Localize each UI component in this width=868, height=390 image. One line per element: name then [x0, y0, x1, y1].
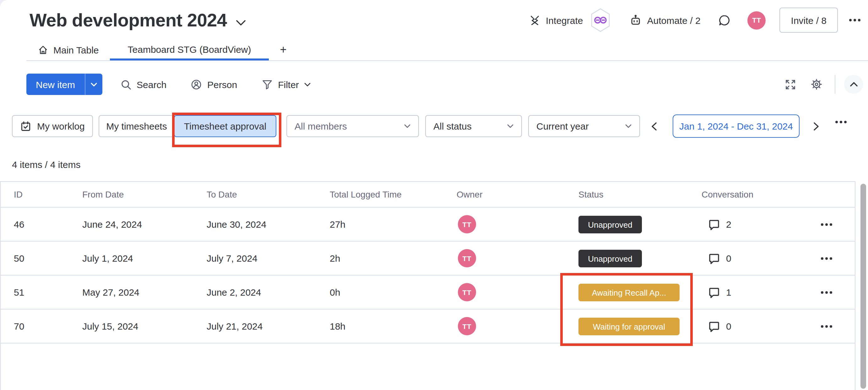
conversation-count: 0: [726, 253, 732, 263]
my-worklog-label: My worklog: [37, 121, 85, 132]
board-app: Web development 2024 Integrate: [0, 0, 868, 390]
search-button[interactable]: Search: [113, 78, 173, 90]
person-icon: [190, 78, 202, 90]
owner-avatar[interactable]: TT: [458, 317, 476, 335]
plus-icon: +: [280, 44, 287, 57]
speech-bubble-icon: [708, 252, 720, 264]
cell-id: 50: [14, 242, 24, 275]
vertical-scrollbar[interactable]: [861, 184, 866, 389]
integrate-label: Integrate: [546, 15, 583, 26]
status-label: Unapproved: [588, 254, 632, 263]
filter-more-options-button[interactable]: [835, 121, 847, 123]
cell-from-date: May 27, 2024: [82, 276, 140, 309]
chevron-down-icon: [625, 124, 632, 128]
avatar-initials: TT: [463, 288, 472, 296]
members-dropdown-value: All members: [294, 121, 347, 132]
row-more-options-button[interactable]: [821, 309, 832, 343]
status-badge[interactable]: Unapproved: [579, 250, 642, 267]
owner-avatar[interactable]: TT: [458, 249, 476, 267]
settings-button[interactable]: [803, 78, 830, 90]
toolbar-divider: [835, 75, 835, 94]
robot-icon: [629, 14, 642, 26]
tab-label: Main Table: [53, 45, 99, 55]
cell-total-logged-time: 27h: [330, 207, 345, 241]
home-icon: [38, 45, 49, 55]
status-badge[interactable]: Awaiting Recall Ap...: [579, 284, 680, 301]
conversation-button[interactable]: 0: [708, 242, 732, 275]
speech-bubble-icon: [708, 218, 720, 230]
column-header-total-logged-time[interactable]: Total Logged Time: [330, 182, 402, 207]
avatar-initials: TT: [752, 16, 761, 24]
column-header-status[interactable]: Status: [579, 182, 603, 207]
row-more-options-button[interactable]: [821, 276, 832, 309]
chevron-left-icon: [651, 122, 657, 131]
my-timesheets-button[interactable]: My timesheets: [99, 115, 175, 137]
avatar-initials: TT: [463, 254, 472, 262]
integration-badge[interactable]: [589, 7, 612, 33]
my-timesheets-label: My timesheets: [106, 121, 167, 132]
tab-main-table[interactable]: Main Table: [26, 39, 110, 60]
integrate-button[interactable]: Integrate: [529, 14, 583, 26]
new-item-dropdown-button[interactable]: [85, 74, 102, 95]
chat-button[interactable]: [718, 13, 732, 27]
date-range-button[interactable]: Jan 1, 2024 - Dec 31, 2024: [673, 114, 800, 138]
previous-period-button[interactable]: [647, 119, 661, 133]
toolbar-right-actions: [778, 73, 863, 95]
expand-icon: [784, 78, 797, 90]
period-dropdown-value: Current year: [536, 121, 589, 132]
conversation-button[interactable]: 2: [708, 207, 732, 241]
conversation-count: 2: [726, 219, 732, 230]
chevron-down-icon: [304, 82, 311, 86]
person-label: Person: [207, 79, 237, 90]
column-header-id[interactable]: ID: [14, 182, 23, 207]
table-row: 46 June 24, 2024 June 30, 2024 27h TT Un…: [1, 207, 855, 242]
invite-button[interactable]: Invite / 8: [780, 7, 838, 33]
funnel-icon: [261, 78, 273, 90]
owner-avatar[interactable]: TT: [458, 215, 476, 233]
person-filter-button[interactable]: Person: [184, 78, 243, 90]
table-row: 70 July 15, 2024 July 21, 2024 18h TT Wa…: [1, 309, 855, 343]
timesheet-approval-label: Timesheet approval: [184, 121, 266, 132]
cell-id: 70: [14, 309, 24, 343]
status-badge[interactable]: Waiting for approval: [579, 318, 680, 335]
avatar-initials: TT: [463, 221, 472, 228]
table-row: 50 July 1, 2024 July 7, 2024 2h TT Unapp…: [1, 242, 855, 276]
header-actions: Integrate Automate / 2: [529, 7, 861, 33]
tab-teamboard-stg[interactable]: Teamboard STG (BoardView): [110, 39, 269, 60]
column-header-owner[interactable]: Owner: [457, 182, 483, 207]
user-avatar[interactable]: TT: [748, 11, 766, 29]
cell-to-date: July 21, 2024: [207, 309, 262, 343]
board-more-options-button[interactable]: [849, 19, 861, 21]
period-dropdown[interactable]: Current year: [528, 115, 640, 137]
my-worklog-button[interactable]: My worklog: [12, 115, 93, 137]
board-title-menu-chevron-icon[interactable]: [236, 20, 246, 26]
automate-button[interactable]: Automate / 2: [629, 14, 700, 26]
status-badge[interactable]: Unapproved: [579, 216, 642, 233]
cell-total-logged-time: 18h: [330, 309, 345, 343]
collapse-toolbar-button[interactable]: [844, 75, 863, 94]
fullscreen-button[interactable]: [778, 78, 803, 90]
integrate-icon: [529, 14, 541, 26]
cell-from-date: July 1, 2024: [82, 242, 133, 275]
search-label: Search: [136, 79, 166, 90]
status-dropdown[interactable]: All status: [425, 115, 522, 137]
filter-button[interactable]: Filter: [255, 78, 317, 90]
conversation-button[interactable]: 1: [708, 276, 732, 309]
new-item-split-button[interactable]: New item: [26, 74, 102, 95]
column-header-conversation[interactable]: Conversation: [702, 182, 753, 207]
status-label: Waiting for approval: [593, 322, 665, 331]
chevron-up-icon: [849, 82, 858, 87]
timesheet-approval-button[interactable]: Timesheet approval: [174, 115, 276, 137]
page-title: Web development 2024: [30, 10, 227, 31]
members-dropdown[interactable]: All members: [286, 115, 419, 137]
new-item-button[interactable]: New item: [26, 74, 85, 95]
owner-avatar[interactable]: TT: [458, 283, 476, 301]
conversation-button[interactable]: 0: [708, 309, 732, 343]
column-header-to-date[interactable]: To Date: [207, 182, 237, 207]
row-more-options-button[interactable]: [821, 242, 832, 275]
row-more-options-button[interactable]: [821, 207, 832, 241]
add-view-tab-button[interactable]: +: [269, 39, 298, 60]
next-period-button[interactable]: [809, 119, 823, 133]
column-header-from-date[interactable]: From Date: [82, 182, 124, 207]
filter-bar: My worklog My timesheets Timesheet appro…: [0, 115, 868, 140]
